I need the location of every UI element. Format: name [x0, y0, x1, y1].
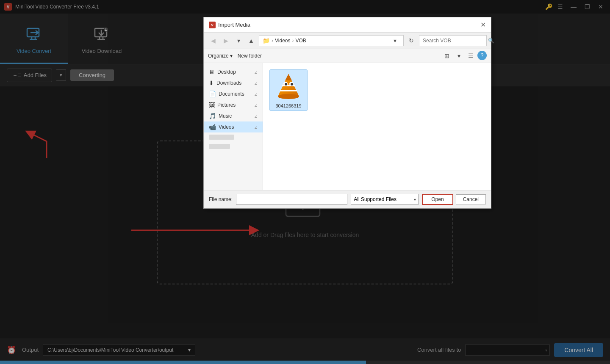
cancel-button[interactable]: Cancel	[456, 194, 486, 204]
sidebar-item-desktop-label: Desktop	[217, 69, 236, 75]
nav-forward-button[interactable]: ▶	[221, 36, 231, 46]
search-input[interactable]	[423, 38, 486, 44]
documents-pin: ⊿	[254, 92, 258, 97]
view-details-button[interactable]: ☰	[466, 51, 476, 61]
refresh-button[interactable]: ↻	[406, 36, 416, 46]
file-type-wrapper: All Supported Files ▾	[351, 194, 419, 205]
sidebar-item-pictures-label: Pictures	[217, 102, 236, 108]
svg-marker-17	[285, 74, 292, 80]
videos-pin: ⊿	[254, 125, 258, 130]
view-large-icons-button[interactable]: ⊞	[442, 51, 452, 61]
sidebar-item-documents[interactable]: 📄 Documents ⊿	[204, 88, 263, 99]
sidebar-item-videos-label: Videos	[219, 124, 234, 130]
dialog-actions: Open Cancel	[422, 194, 486, 205]
breadcrumb-folder-icon: 📁	[263, 37, 270, 44]
view-buttons: ⊞ ▾ ☰ ?	[442, 51, 487, 61]
breadcrumb-sep1: ›	[272, 38, 273, 44]
svg-point-18	[278, 94, 299, 99]
search-icon: 🔍	[488, 38, 494, 44]
dialog-title: V Import Media	[209, 22, 250, 28]
open-button[interactable]: Open	[422, 194, 453, 205]
dialog-nav: ◀ ▶ ▾ ▲ 📁 › Videos › VOB ▾ ↻ 🔍	[204, 33, 491, 49]
svg-point-21	[285, 83, 287, 85]
dialog-logo: V	[209, 22, 216, 28]
dialog-footer: File name: All Supported Files ▾ Open Ca…	[204, 190, 491, 208]
dialog-sidebar: 🖥 Desktop ⊿ ⬇ Downloads ⊿ 📄 Documents ⊿ …	[204, 63, 263, 190]
dialog-titlebar: V Import Media ✕	[204, 17, 491, 33]
file-name-label: File name:	[209, 196, 233, 202]
music-pin: ⊿	[254, 114, 258, 119]
documents-icon: 📄	[209, 91, 216, 97]
file-item-3041266319[interactable]: 3041266319	[269, 69, 308, 111]
search-bar: 🔍	[419, 35, 487, 46]
sidebar-item-music[interactable]: 🎵 Music ⊿	[204, 110, 263, 121]
dialog-files: 3041266319	[263, 63, 491, 190]
sidebar-item-documents-label: Documents	[219, 91, 244, 97]
file-name-input[interactable]	[236, 194, 347, 205]
sidebar-item-extra2	[204, 142, 263, 151]
file-name-3041266319: 3041266319	[275, 103, 301, 108]
svg-point-22	[291, 83, 293, 85]
desktop-pin: ⊿	[254, 70, 258, 74]
import-media-dialog: V Import Media ✕ ◀ ▶ ▾ ▲ 📁 › Videos › VO…	[203, 17, 491, 209]
organize-bar: Organize ▾ New folder ⊞ ▾ ☰ ?	[204, 49, 491, 63]
sidebar-item-music-label: Music	[219, 113, 232, 119]
breadcrumb-bar: 📁 › Videos › VOB ▾	[259, 35, 404, 46]
nav-up-button[interactable]: ▲	[246, 36, 256, 46]
dialog-body: 🖥 Desktop ⊿ ⬇ Downloads ⊿ 📄 Documents ⊿ …	[204, 63, 491, 190]
new-folder-button[interactable]: New folder	[238, 53, 262, 59]
view-dropdown-button[interactable]: ▾	[454, 51, 464, 61]
sidebar-item-downloads[interactable]: ⬇ Downloads ⊿	[204, 77, 263, 88]
sidebar-item-videos[interactable]: 📹 Videos ⊿	[204, 121, 263, 132]
breadcrumb-sep2: ›	[292, 38, 294, 44]
breadcrumb-videos[interactable]: Videos	[275, 38, 290, 44]
dialog-overlay: V Import Media ✕ ◀ ▶ ▾ ▲ 📁 › Videos › VO…	[0, 0, 610, 364]
sidebar-item-downloads-label: Downloads	[216, 80, 241, 86]
videos-icon: 📹	[209, 124, 216, 130]
sidebar-item-desktop[interactable]: 🖥 Desktop ⊿	[204, 66, 263, 77]
music-icon: 🎵	[209, 113, 216, 119]
dialog-close-button[interactable]: ✕	[480, 21, 486, 29]
file-thumb	[274, 72, 303, 102]
organize-arrow: ▾	[230, 53, 233, 59]
file-type-select[interactable]: All Supported Files	[351, 194, 419, 205]
organize-label: Organize	[208, 53, 229, 59]
desktop-icon: 🖥	[209, 69, 215, 75]
downloads-pin: ⊿	[254, 81, 258, 85]
breadcrumb-dropdown[interactable]: ▾	[390, 36, 400, 46]
sidebar-item-extra1	[204, 132, 263, 142]
pictures-pin: ⊿	[254, 103, 258, 108]
nav-dropdown-button[interactable]: ▾	[233, 36, 244, 46]
downloads-icon: ⬇	[209, 80, 214, 86]
pictures-icon: 🖼	[209, 102, 215, 108]
sidebar-item-pictures[interactable]: 🖼 Pictures ⊿	[204, 99, 263, 110]
breadcrumb-vob[interactable]: VOB	[295, 38, 306, 44]
nav-back-button[interactable]: ◀	[208, 36, 218, 46]
help-button[interactable]: ?	[477, 51, 487, 60]
organize-button[interactable]: Organize ▾	[208, 53, 233, 59]
